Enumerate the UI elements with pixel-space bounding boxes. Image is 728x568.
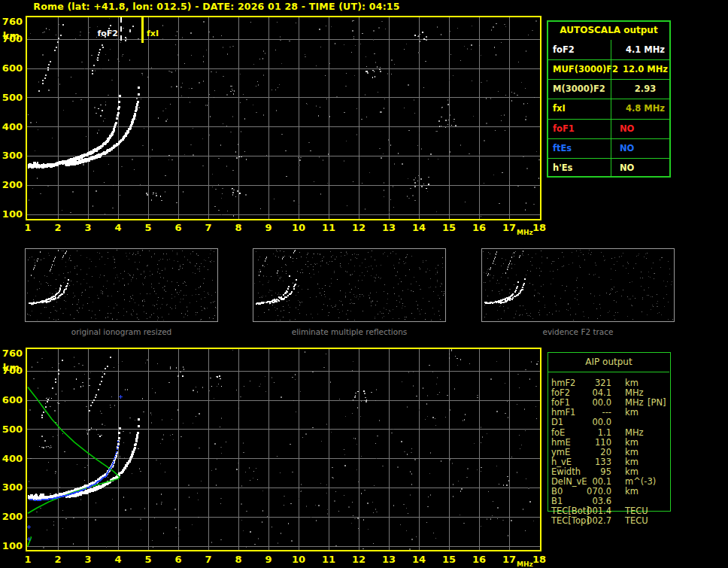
unit-cell: TECU: [625, 506, 648, 516]
fof2-marker-label: foF2: [85, 29, 118, 38]
y-tick-label: 600: [0, 63, 23, 74]
table-row: fxI4.8 MHz: [547, 99, 671, 118]
x-tick-label: 14: [409, 554, 429, 565]
table-row: hmF2321km: [551, 378, 724, 388]
table-row: D100.0: [551, 418, 724, 427]
param-cell: B1: [551, 497, 563, 506]
y-axis-unit: km: [0, 363, 20, 373]
unit-cell: km: [625, 487, 639, 497]
table-row: h'EsNO: [547, 158, 671, 178]
thumbnail-caption: eliminate multiple reflections: [253, 327, 446, 336]
value-cell: 12.0 MHz: [612, 59, 674, 79]
table-row: B103.6: [551, 497, 724, 506]
x-tick-label: 7: [199, 223, 218, 233]
table-row: B0070.0km: [551, 487, 724, 497]
x-tick-label: 9: [259, 223, 278, 233]
table-row: foF1NO: [547, 119, 671, 138]
value-cell: 20: [569, 448, 611, 457]
x-tick-label: 16: [469, 223, 489, 233]
table-row: TEC[Top]002.7TECU: [551, 516, 724, 526]
thumbnail-evidence-f2: [481, 248, 675, 322]
y-tick-label: 100: [0, 209, 23, 220]
value-cell: 03.6: [569, 497, 611, 506]
value-cell: 00.1: [569, 477, 611, 487]
value-cell: 1.1: [569, 428, 611, 438]
aip-table-title: AIP output: [548, 357, 670, 367]
note-cell: [PN]: [648, 398, 666, 408]
unit-cell: km: [625, 467, 639, 477]
value-cell: 070.0: [569, 487, 611, 497]
thumbnail-original-plot: [26, 249, 217, 321]
y-tick-label: 300: [0, 150, 23, 161]
param-cell: D1: [551, 418, 563, 427]
autoscala-table-title: AUTOSCALA output: [547, 20, 671, 40]
unit-cell: MHz: [625, 428, 644, 438]
table-row: M(3000)F22.93: [547, 79, 671, 99]
table-row: hmE110km: [551, 438, 724, 448]
param-cell: ymE: [551, 448, 570, 457]
value-cell: 133: [569, 457, 611, 467]
table-row: MUF(3000)F212.0 MHz: [547, 59, 671, 79]
value-cell: NO: [612, 119, 677, 138]
table-row: foE1.1MHz: [551, 428, 724, 438]
y-tick-label: 500: [0, 424, 23, 435]
unit-cell: m^(-3): [625, 477, 656, 487]
y-tick-label: 200: [0, 512, 23, 522]
y-tick-label: 400: [0, 454, 23, 464]
x-tick-label: 5: [138, 554, 158, 565]
y-tick-label: 500: [0, 93, 23, 103]
aip-table-header-divider: [548, 372, 669, 372]
table-row: foF204.1MHz: [551, 388, 724, 398]
y-tick-label: 600: [0, 395, 23, 405]
x-tick-label: 9: [259, 554, 278, 565]
table-row: TEC[Bot]001.4TECU: [551, 506, 724, 516]
x-tick-label: 15: [439, 223, 459, 233]
x-tick-label: 13: [379, 554, 399, 565]
y-tick-label: 300: [0, 482, 23, 493]
x-tick-label: 5: [138, 223, 158, 233]
y-axis-unit: km: [0, 31, 20, 41]
param-cell: ftEs: [553, 138, 610, 158]
autoscala-output-screen: Rome (lat: +41.8, lon: 012.5) - DATE: 20…: [0, 0, 728, 568]
param-cell: foF1: [553, 119, 610, 138]
param-cell: foF1: [551, 398, 570, 408]
table-row: foF24.1 MHz: [547, 40, 671, 59]
value-cell: 001.4: [569, 506, 611, 516]
table-row: h_vE133km: [551, 457, 724, 467]
y-tick-label: 200: [0, 180, 23, 190]
y-tick-label: 760: [0, 348, 23, 359]
value-cell: 04.1: [569, 388, 611, 398]
thumbnail-caption: original ionogram resized: [25, 327, 218, 336]
x-axis-unit: MHz: [517, 559, 533, 568]
x-tick-label: 12: [349, 554, 369, 565]
x-tick-label: 3: [78, 223, 98, 233]
unit-cell: km: [625, 438, 639, 448]
table-row: DelN_vE00.1m^(-3): [551, 477, 724, 487]
value-cell: 00.0: [569, 418, 611, 427]
param-cell: hmE: [551, 438, 571, 448]
unit-cell: km: [625, 457, 639, 467]
x-tick-label: 1: [18, 554, 38, 565]
x-tick-label: 8: [229, 554, 248, 565]
fxi-marker-label: fxI: [147, 29, 159, 38]
x-tick-label: 14: [409, 223, 429, 233]
param-cell: fxI: [553, 99, 610, 118]
thumbnail-original-ionogram: [25, 248, 218, 322]
value-cell: ---: [569, 408, 611, 418]
param-cell: foF2: [553, 40, 610, 59]
thumbnail-eliminate-plot: [253, 249, 445, 321]
x-tick-label: 12: [349, 223, 369, 233]
x-tick-label: 7: [199, 554, 218, 565]
x-axis-unit: MHz: [517, 227, 533, 238]
x-tick-label: 10: [289, 554, 308, 565]
x-tick-label: 4: [108, 223, 128, 233]
x-tick-label: 15: [439, 554, 459, 565]
y-tick-label: 400: [0, 122, 23, 132]
x-tick-label: 13: [379, 223, 399, 233]
x-tick-label: 6: [168, 223, 188, 233]
value-cell: 4.8 MHz: [612, 99, 674, 118]
value-cell: 4.1 MHz: [612, 40, 674, 59]
x-tick-label: 6: [168, 554, 188, 565]
unit-cell: km: [625, 408, 639, 418]
param-cell: B0: [551, 487, 563, 497]
